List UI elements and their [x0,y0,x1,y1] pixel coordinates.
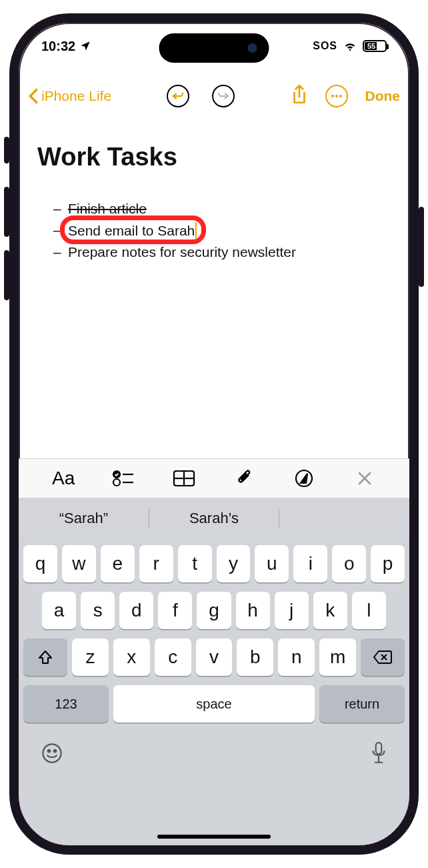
close-toolbar-button[interactable] [345,470,385,486]
key-g[interactable]: g [197,592,231,629]
keyboard: qwertyuiop asdfghjkl zxcvbnm 123 space r… [19,538,409,845]
key-t[interactable]: t [178,545,212,582]
shift-key[interactable] [23,638,67,676]
svg-point-3 [113,471,120,478]
key-a[interactable]: a [42,592,76,629]
key-x[interactable]: x [113,638,150,676]
table-button[interactable] [164,470,204,487]
phone-frame: 10:32 SOS 55 iPhone Life [9,13,419,855]
list-item[interactable]: Send email to Sarah [53,220,391,242]
battery-icon: 55 [363,40,387,52]
wifi-icon [343,41,357,51]
format-toolbar: Aa [19,458,409,498]
markup-button[interactable] [284,468,324,488]
key-p[interactable]: p [371,545,405,582]
key-y[interactable]: y [217,545,251,582]
key-i[interactable]: i [293,545,327,582]
key-e[interactable]: e [101,545,135,582]
svg-point-16 [48,750,50,752]
task-list[interactable]: Finish article Send email to Sarah Prepa… [37,198,391,263]
status-time: 10:32 [41,39,75,54]
key-l[interactable]: l [352,592,386,629]
keyboard-row-3: zxcvbnm [23,638,405,676]
undo-button[interactable] [167,85,189,107]
dictation-key[interactable] [370,741,387,765]
nav-bar: iPhone Life Done [19,77,409,115]
done-button[interactable]: Done [365,88,401,104]
text-format-button[interactable]: Aa [43,468,83,489]
key-n[interactable]: n [278,638,315,676]
key-b[interactable]: b [237,638,273,676]
svg-rect-18 [376,743,381,754]
svg-point-5 [113,479,120,486]
back-button[interactable]: iPhone Life [28,88,111,104]
keyboard-row-2: asdfghjkl [23,592,405,629]
redo-button[interactable] [212,85,235,107]
return-key[interactable]: return [319,685,405,723]
list-item[interactable]: Finish article [53,198,391,220]
key-c[interactable]: c [155,638,191,676]
key-z[interactable]: z [72,638,109,676]
emoji-key[interactable] [41,742,63,765]
key-s[interactable]: s [81,592,115,629]
svg-point-1 [335,95,338,97]
key-q[interactable]: q [23,545,57,582]
back-label: iPhone Life [41,88,111,104]
suggestion-2[interactable]: Sarah’s [149,510,279,527]
space-key[interactable]: space [113,685,315,723]
keyboard-row-4: 123 space return [23,685,405,723]
attachment-button[interactable] [224,468,264,488]
svg-point-0 [331,95,334,97]
text-cursor [195,222,197,238]
more-button[interactable] [325,85,348,107]
checklist-button[interactable] [103,469,143,488]
battery-percent: 55 [367,42,375,50]
location-icon [79,40,91,52]
svg-point-15 [43,744,61,762]
svg-point-2 [339,95,342,97]
note-title[interactable]: Work Tasks [37,143,391,171]
key-o[interactable]: o [332,545,366,582]
key-v[interactable]: v [196,638,233,676]
key-f[interactable]: f [158,592,192,629]
key-k[interactable]: k [313,592,347,629]
delete-key[interactable] [361,638,405,676]
svg-point-17 [54,750,56,752]
keyboard-row-1: qwertyuiop [23,545,405,582]
suggestion-1[interactable]: “Sarah” [19,510,149,527]
share-button[interactable] [291,84,308,108]
key-h[interactable]: h [236,592,270,629]
key-j[interactable]: j [275,592,309,629]
key-w[interactable]: w [62,545,96,582]
quicktype-bar: “Sarah” Sarah’s [19,498,409,538]
list-item[interactable]: Prepare notes for security newsletter [53,242,391,263]
status-bar: 10:32 SOS 55 [19,23,409,69]
numbers-key[interactable]: 123 [23,685,109,723]
home-indicator[interactable] [157,835,271,839]
key-m[interactable]: m [319,638,356,676]
key-r[interactable]: r [139,545,173,582]
key-d[interactable]: d [119,592,153,629]
key-u[interactable]: u [255,545,289,582]
sos-label: SOS [313,40,337,52]
